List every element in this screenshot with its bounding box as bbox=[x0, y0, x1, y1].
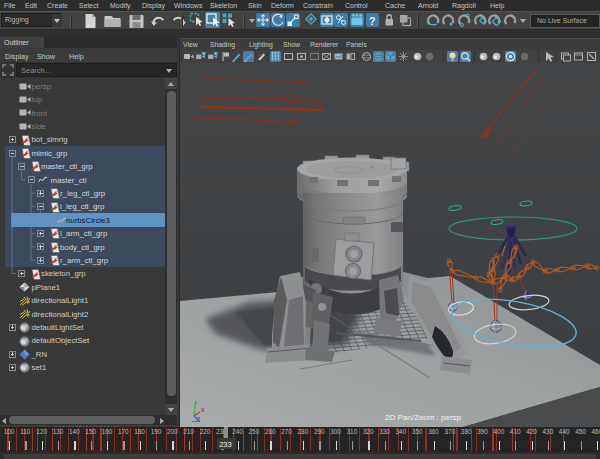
svg-text:?: ? bbox=[369, 14, 375, 26]
svg-text:x: x bbox=[201, 406, 205, 413]
